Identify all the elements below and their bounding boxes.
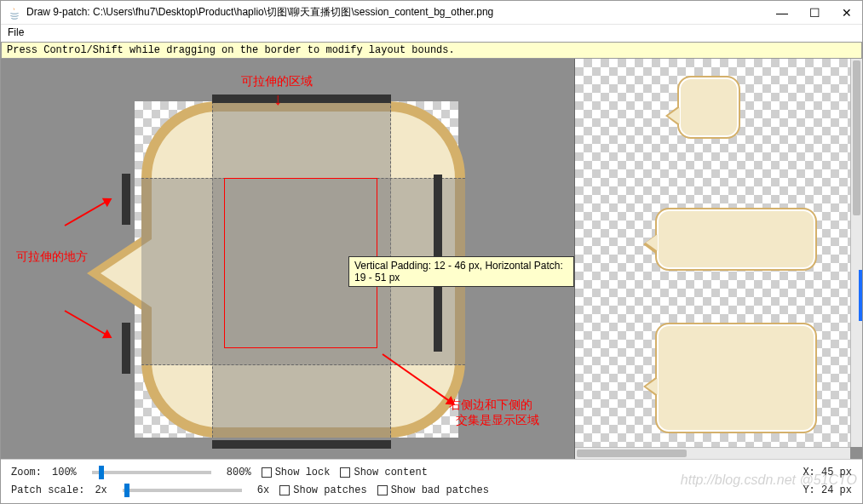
preview-area <box>575 59 850 447</box>
patch-tooltip: Vertical Padding: 12 - 46 px, Horizontal… <box>348 256 574 287</box>
menubar: File <box>1 25 862 42</box>
preview-bubble-wide <box>655 208 817 271</box>
show-patches-checkbox[interactable]: Show patches <box>279 484 366 496</box>
preview-bubble-small <box>677 76 740 139</box>
preview-pane <box>574 59 862 459</box>
close-button[interactable]: ✕ <box>838 6 855 20</box>
zoom-slider-knob[interactable] <box>99 466 104 479</box>
arrow-down-icon: ↓ <box>273 89 282 109</box>
top-patch-marker[interactable] <box>212 94 391 103</box>
menu-file[interactable]: File <box>8 26 24 38</box>
arrow-upper-icon <box>65 199 110 226</box>
scale-slider-knob[interactable] <box>124 484 129 497</box>
preview-h-scrollbar[interactable] <box>575 447 850 459</box>
show-content-checkbox[interactable]: Show content <box>340 467 427 478</box>
maximize-button[interactable]: ☐ <box>806 6 823 20</box>
annotation-intersection-2: 交集是显示区域 <box>456 413 539 428</box>
zoom-max: 800% <box>227 467 251 478</box>
scale-max: 6x <box>257 484 269 496</box>
java-icon <box>8 6 21 20</box>
annotation-stretch-place: 可拉伸的地方 <box>16 249 88 265</box>
scale-min: 2x <box>95 484 106 496</box>
zoom-slider[interactable] <box>92 471 211 474</box>
hint-bar: Press Control/Shift while dragging on th… <box>1 42 862 59</box>
left-patch-marker-bottom[interactable] <box>122 323 130 374</box>
coord-x: X: 45 px <box>803 467 852 478</box>
show-bad-patches-checkbox[interactable]: Show bad patches <box>377 484 489 496</box>
preview-v-scrollbar[interactable] <box>850 59 862 447</box>
bottom-toolbar: Zoom: 100% 800% Show lock Show content X… <box>1 459 862 503</box>
main-canvas[interactable]: 可拉伸的区域 ↓ 可拉伸的地方 右侧边和下侧的 交集是显示区域 Vertical… <box>1 59 574 459</box>
workspace: 可拉伸的区域 ↓ 可拉伸的地方 右侧边和下侧的 交集是显示区域 Vertical… <box>1 59 862 459</box>
left-patch-marker-top[interactable] <box>122 174 130 225</box>
preview-bubble-tall <box>655 323 817 433</box>
annotation-stretch-area: 可拉伸的区域 <box>241 74 313 89</box>
coord-y: Y: 24 px <box>803 484 852 496</box>
selection-edge <box>859 270 862 321</box>
window-controls: — ☐ ✕ <box>774 6 855 20</box>
show-lock-checkbox[interactable]: Show lock <box>262 467 331 478</box>
annotation-intersection-1: 右侧边和下侧的 <box>449 398 532 413</box>
scrollbar-thumb[interactable] <box>577 450 687 457</box>
minimize-button[interactable]: — <box>774 6 791 20</box>
scrollbar-thumb[interactable] <box>853 60 860 215</box>
titlebar: Draw 9-patch: C:\Users\fhu7\Desktop\Prod… <box>1 1 862 25</box>
app-window: Draw 9-patch: C:\Users\fhu7\Desktop\Prod… <box>0 0 863 504</box>
zoom-label: Zoom: <box>11 467 42 478</box>
zoom-min: 100% <box>52 467 77 478</box>
bottom-padding-marker[interactable] <box>212 440 391 449</box>
patch-scale-label: Patch scale: <box>11 484 84 496</box>
patch-scale-slider[interactable] <box>123 489 242 492</box>
window-title: Draw 9-patch: C:\Users\fhu7\Desktop\Prod… <box>26 5 774 20</box>
